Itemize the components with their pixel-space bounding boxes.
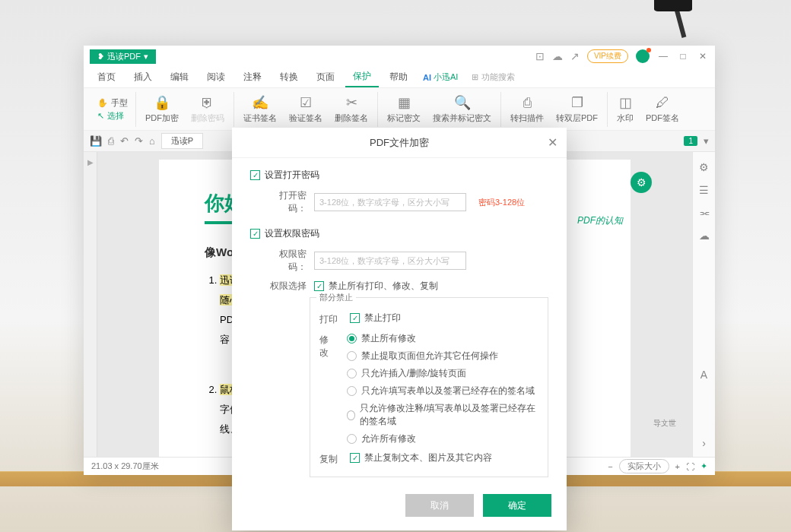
radio-icon (347, 410, 355, 420)
permission-password-section[interactable]: 设置权限密码 (250, 227, 548, 240)
forbid-print-checkbox[interactable]: 禁止打印 (350, 312, 401, 325)
checkbox-icon (350, 453, 360, 463)
forbid-copy-checkbox[interactable]: 禁止复制文本、图片及其它内容 (350, 451, 492, 464)
fieldset-legend: 部分禁止 (316, 292, 356, 303)
modal-overlay: PDF文件加密 ✕ 设置打开密码 打开密码： 密码3-128位 设置权限密码 (84, 46, 715, 475)
open-password-label: 打开密码： (262, 189, 307, 215)
radio-icon (347, 334, 357, 344)
perm-password-label: 权限密码： (262, 248, 307, 274)
checkbox-icon (314, 281, 324, 291)
modal-header: PDF文件加密 ✕ (232, 128, 567, 158)
checkbox-icon[interactable] (250, 170, 260, 180)
radio-icon (347, 386, 357, 396)
modify-radio-5[interactable]: 允许所有修改 (347, 432, 538, 445)
checkbox-icon[interactable] (250, 229, 260, 239)
forbid-all-checkbox[interactable]: 禁止所有打印、修改、复制 (314, 280, 548, 293)
app-window: ❥ 迅读PDF ▾ ⊡ ☁ ↗ VIP续费 — □ ✕ 首页 插入 编辑 阅读 … (84, 46, 715, 475)
open-password-section[interactable]: 设置打开密码 (250, 169, 548, 182)
cancel-button[interactable]: 取消 (405, 494, 474, 517)
copy-label: 复制 (319, 451, 341, 466)
partial-forbid-fieldset: 部分禁止 打印 禁止打印 修改 禁止所有修改 禁止提取页面但允许其它任何操作 (310, 297, 548, 477)
perm-password-input[interactable] (314, 252, 466, 270)
encrypt-modal: PDF文件加密 ✕ 设置打开密码 打开密码： 密码3-128位 设置权限密码 (232, 128, 567, 530)
perm-select-label: 权限选择 (262, 280, 307, 293)
modal-close-button[interactable]: ✕ (548, 135, 558, 150)
modify-label: 修改 (319, 332, 338, 359)
print-label: 打印 (319, 312, 341, 326)
open-password-input[interactable] (314, 193, 466, 211)
modify-radio-0[interactable]: 禁止所有修改 (347, 332, 538, 345)
password-hint: 密码3-128位 (478, 197, 525, 208)
modify-radio-1[interactable]: 禁止提取页面但允许其它任何操作 (347, 350, 538, 363)
ok-button[interactable]: 确定 (483, 494, 551, 517)
modify-radio-4[interactable]: 只允许修改注释/填写表单以及签署已经存在的签名域 (347, 402, 538, 428)
modal-title: PDF文件加密 (370, 136, 429, 150)
checkbox-icon (350, 313, 360, 323)
modify-radio-3[interactable]: 只允许填写表单以及签署已经存在的签名域 (347, 385, 538, 397)
radio-icon (347, 351, 357, 361)
radio-icon (347, 369, 357, 378)
modify-options: 禁止所有修改 禁止提取页面但允许其它任何操作 只允许插入/删除/旋转页面 只允许… (347, 332, 538, 445)
radio-icon (347, 434, 357, 444)
modify-radio-2[interactable]: 只允许插入/删除/旋转页面 (347, 367, 538, 380)
